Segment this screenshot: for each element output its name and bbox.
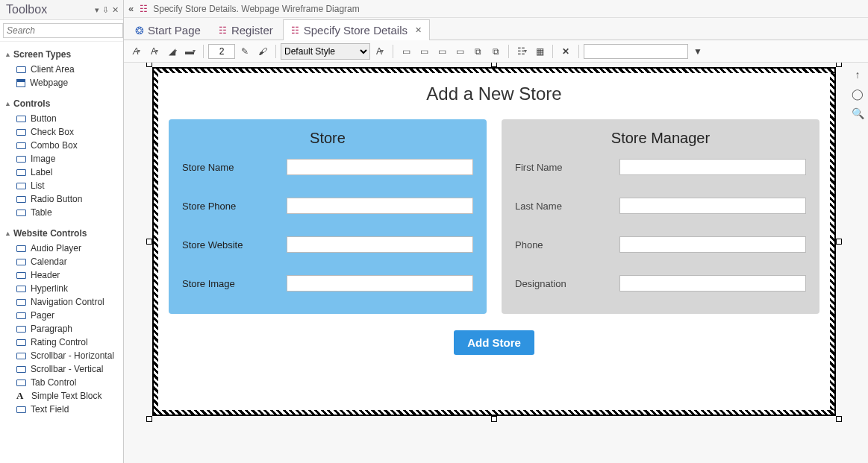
align-right-button[interactable]: ▭ — [434, 43, 450, 60]
resize-handle[interactable] — [836, 239, 842, 245]
toolbox-item[interactable]: Navigation Control — [16, 295, 123, 309]
field-label: Last Name — [515, 201, 619, 212]
style-select[interactable]: Default Style — [281, 43, 370, 60]
collapse-sidebar-icon[interactable]: « — [128, 3, 134, 14]
toolbox-item[interactable]: Paragraph — [16, 322, 123, 336]
brush-button[interactable]: 🖌 — [255, 43, 271, 60]
resize-handle[interactable] — [491, 416, 497, 422]
pan-up-icon[interactable]: ↑ — [850, 67, 865, 82]
field-label: First Name — [515, 162, 619, 173]
tab-start-page[interactable]: ❂ Start Page — [127, 19, 209, 40]
zoom-icon[interactable]: 🔍 — [850, 106, 865, 121]
resize-handle[interactable] — [836, 416, 842, 422]
control-icon — [16, 169, 26, 176]
breadcrumb-text: Specify Store Details. Webpage Wireframe… — [153, 4, 360, 14]
control-icon — [16, 366, 26, 373]
toolbox-item[interactable]: Client Area — [16, 63, 123, 76]
toolbox-item[interactable]: List — [16, 179, 123, 192]
text-style-button[interactable]: A▾ — [372, 43, 388, 60]
ungroup-button[interactable]: ⧉ — [487, 43, 504, 60]
store-image-input[interactable] — [287, 275, 473, 292]
toolbox-item[interactable]: Button — [16, 112, 123, 125]
align-left-button[interactable]: ▭ — [398, 43, 414, 60]
line-width-spinner[interactable] — [208, 44, 235, 59]
filter-icon[interactable]: ▼ — [690, 43, 706, 60]
item-label: Rating Control — [31, 337, 88, 347]
store-name-input[interactable] — [287, 159, 473, 175]
diagram-icon: ☷ — [138, 4, 149, 14]
pin-icon[interactable]: ⇩ — [102, 5, 109, 15]
wireframe-webpage[interactable]: Add a New Store Store Store Name Store P… — [152, 67, 836, 416]
toolbox-item[interactable]: Webpage — [16, 76, 123, 89]
field-label: Store Phone — [182, 201, 287, 212]
resize-handle[interactable] — [491, 63, 497, 67]
toolbox-item[interactable]: Rating Control — [16, 336, 123, 349]
toolbox-item[interactable]: Table — [16, 206, 123, 219]
item-label: Radio Button — [31, 194, 82, 204]
toolbox-item[interactable]: Combo Box — [16, 139, 123, 152]
last-name-input[interactable] — [619, 198, 806, 214]
toolbox-item[interactable]: Tab Control — [16, 376, 123, 389]
toolbox-item[interactable]: ASimple Text Block — [16, 389, 123, 403]
align-top-button[interactable]: ▭ — [452, 43, 468, 60]
toolbox-item[interactable]: Label — [16, 166, 123, 179]
toolbox-item[interactable]: Calendar — [16, 255, 123, 268]
first-name-input[interactable] — [619, 159, 806, 175]
control-icon — [16, 272, 26, 279]
resize-handle[interactable] — [146, 416, 152, 422]
page-title: Add a New Store — [154, 84, 834, 104]
webpage-icon — [16, 79, 25, 87]
layout-button[interactable]: ☷▾ — [513, 43, 530, 60]
dropdown-icon[interactable]: ▾ — [95, 5, 99, 15]
control-icon — [16, 116, 26, 122]
control-icon — [16, 183, 26, 189]
tab-register[interactable]: ☷ Register — [210, 19, 281, 40]
pan-tool-icon[interactable]: ◯ — [850, 86, 865, 101]
tab-close-icon[interactable]: ✕ — [415, 25, 422, 35]
group-button[interactable]: ⧉ — [469, 43, 486, 60]
designation-input[interactable] — [619, 275, 806, 292]
toolbox-item[interactable]: Radio Button — [16, 192, 123, 206]
resize-handle[interactable] — [146, 63, 152, 67]
toolbox-item[interactable]: Scrollbar - Vertical — [16, 362, 123, 376]
toolbar-search-input[interactable] — [584, 44, 688, 59]
toolbox-item[interactable]: Header — [16, 268, 123, 282]
add-store-button[interactable]: Add Store — [454, 330, 534, 355]
resize-handle[interactable] — [146, 239, 152, 245]
resize-handle[interactable] — [836, 63, 842, 67]
line-color-button[interactable]: ▬▾ — [182, 43, 199, 60]
toolbox-item[interactable]: Text Field — [16, 403, 123, 416]
toolbox-group-header[interactable]: ▲Controls — [0, 95, 123, 112]
toolbox-group-header[interactable]: ▲Website Controls — [0, 225, 123, 242]
client-area-icon — [16, 66, 26, 73]
toolbox-panel: Toolbox ▾ ⇩ ✕ 🔍 🔍 ≡ ▲Screen Types Client… — [0, 0, 124, 463]
diagram-canvas[interactable]: ↑ ◯ 🔍 Add a New Store Store Store Name — [124, 63, 868, 463]
view-button[interactable]: ▦ — [531, 43, 548, 60]
phone-input[interactable] — [619, 236, 806, 253]
toolbox-group-header[interactable]: ▲Screen Types — [0, 46, 123, 63]
control-icon — [16, 353, 26, 359]
toolbox-item[interactable]: Audio Player — [16, 242, 123, 255]
toolbox-item[interactable]: Image — [16, 152, 123, 166]
control-icon — [16, 312, 26, 319]
align-center-button[interactable]: ▭ — [416, 43, 432, 60]
font-button[interactable]: A▾ — [128, 43, 145, 60]
diagram-icon: ☷ — [290, 25, 301, 36]
store-website-input[interactable] — [287, 236, 473, 253]
tab-label: Specify Store Details — [304, 24, 408, 37]
toolbox-item[interactable]: Scrollbar - Horizontal — [16, 349, 123, 362]
tab-specify-store-details[interactable]: ☷ Specify Store Details ✕ — [283, 19, 430, 40]
field-label: Store Website — [182, 239, 287, 251]
close-icon[interactable]: ✕ — [112, 5, 119, 15]
toolbox-item[interactable]: Check Box — [16, 125, 123, 139]
main-area: « ☷ Specify Store Details. Webpage Wiref… — [124, 0, 868, 463]
store-phone-input[interactable] — [287, 198, 473, 214]
font-color-button[interactable]: A▾ — [146, 43, 163, 60]
toolbox-item[interactable]: Pager — [16, 309, 123, 322]
toolbox-search-input[interactable] — [3, 23, 123, 38]
delete-button[interactable]: ✕ — [558, 43, 574, 60]
highlighter-button[interactable]: ✎ — [237, 43, 253, 60]
toolbox-item[interactable]: Hyperlink — [16, 282, 123, 295]
fill-color-button[interactable]: ◢▾ — [164, 43, 181, 60]
caret-icon: ▲ — [4, 230, 10, 237]
